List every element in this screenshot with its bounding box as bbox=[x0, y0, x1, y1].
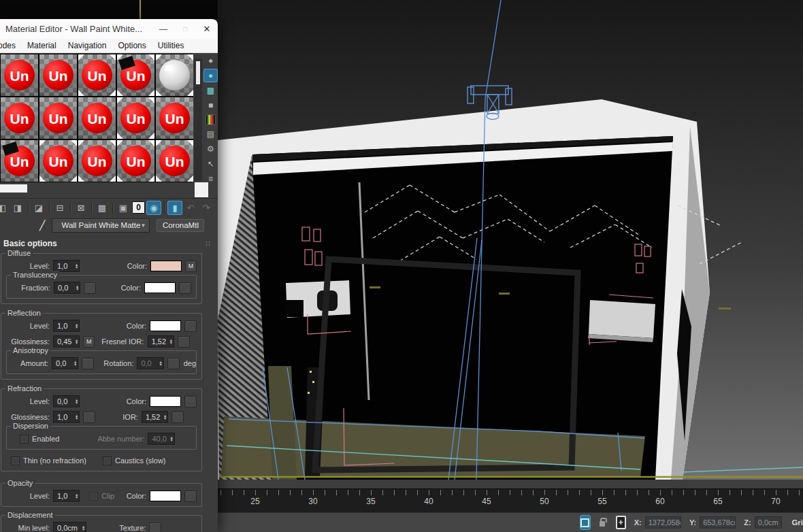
abbe-number-field[interactable]: 40,0 bbox=[148, 433, 174, 445]
material-id-channel-icon[interactable]: 0 bbox=[132, 201, 145, 214]
sample-type-sphere-icon[interactable]: ● bbox=[204, 54, 217, 67]
fresnel-ior-field[interactable]: 1,52 bbox=[148, 335, 174, 348]
minimize-button[interactable]: — bbox=[152, 19, 174, 39]
spinner-icon[interactable] bbox=[76, 323, 78, 329]
material-type-button[interactable]: CoronaMtl bbox=[157, 219, 204, 232]
reflection-level-field[interactable]: 1,0 bbox=[53, 320, 80, 332]
anisotropy-amount-field[interactable]: 0,0 bbox=[52, 357, 78, 369]
maximize-button[interactable]: □ bbox=[174, 19, 196, 39]
material-sample-slot[interactable]: Un bbox=[39, 140, 77, 182]
reflection-color-map-button[interactable] bbox=[184, 320, 197, 332]
selection-lock-icon[interactable] bbox=[600, 521, 605, 527]
x-coordinate-field[interactable]: 1372,058cm bbox=[645, 516, 681, 529]
background-checker-icon[interactable]: ▩ bbox=[204, 84, 217, 97]
get-material-icon[interactable]: ◧ bbox=[0, 201, 9, 214]
go-forward-to-sibling-icon[interactable]: ↷ bbox=[199, 201, 213, 214]
reflection-color-swatch[interactable] bbox=[150, 320, 181, 331]
material-sample-slot[interactable]: Un bbox=[117, 97, 154, 139]
material-sample-slot[interactable] bbox=[156, 54, 193, 96]
sample-vertical-scrollbar[interactable] bbox=[194, 59, 202, 181]
sample-horizontal-scrollbar[interactable] bbox=[0, 184, 27, 193]
z-coordinate-field[interactable]: 0,0cm bbox=[755, 516, 783, 529]
translucency-fraction-field[interactable]: 0,0 bbox=[54, 282, 80, 294]
video-color-check-icon[interactable] bbox=[206, 114, 216, 125]
select-by-material-icon[interactable]: ↖ bbox=[204, 158, 217, 170]
menu-navigation[interactable]: Navigation bbox=[68, 41, 107, 50]
go-to-parent-icon[interactable]: ↶ bbox=[184, 201, 197, 214]
viewport[interactable] bbox=[218, 0, 803, 480]
timeline-ruler[interactable]: 25303540455055606570 bbox=[218, 488, 803, 513]
opacity-clip-checkbox[interactable] bbox=[89, 492, 98, 501]
delete-material-icon[interactable]: ⊟ bbox=[53, 201, 67, 214]
material-sample-slot[interactable]: Un bbox=[39, 97, 77, 139]
menu-utilities[interactable]: Utilities bbox=[158, 41, 184, 50]
spinner-icon[interactable] bbox=[159, 361, 161, 367]
backlight-icon[interactable]: ● bbox=[204, 69, 217, 82]
material-sample-slot[interactable]: Un bbox=[78, 54, 116, 96]
spinner-icon[interactable] bbox=[76, 339, 78, 345]
spinner-icon[interactable] bbox=[76, 399, 78, 405]
refraction-color-swatch[interactable] bbox=[150, 396, 181, 407]
refraction-glossiness-field[interactable]: 1,0 bbox=[53, 411, 80, 423]
anisotropy-amount-map-button[interactable] bbox=[82, 358, 94, 369]
material-sample-slot[interactable]: Un bbox=[78, 97, 116, 139]
save-material-icon[interactable]: ▣ bbox=[116, 201, 130, 214]
material-sample-slot[interactable]: Un bbox=[156, 97, 193, 139]
sample-uv-tiling-icon[interactable]: ■ bbox=[204, 99, 217, 112]
opacity-color-map-button[interactable] bbox=[184, 491, 197, 502]
refraction-color-map-button[interactable] bbox=[184, 396, 197, 408]
diffuse-color-swatch[interactable] bbox=[150, 261, 182, 271]
menu-options[interactable]: Options bbox=[118, 41, 146, 50]
assign-material-to-selection-icon[interactable]: ◪ bbox=[32, 201, 46, 214]
absolute-offset-mode-button[interactable]: + bbox=[616, 516, 626, 529]
translucency-color-swatch[interactable] bbox=[144, 282, 176, 293]
spinner-icon[interactable] bbox=[76, 493, 78, 499]
material-sample-slot[interactable]: Un bbox=[78, 140, 116, 182]
opacity-level-field[interactable]: 1,0 bbox=[53, 490, 80, 502]
caustics-checkbox[interactable] bbox=[103, 456, 112, 465]
show-shaded-material-in-viewport-icon[interactable]: ◉ bbox=[147, 201, 161, 214]
displacement-texture-map-button[interactable] bbox=[149, 522, 161, 532]
translucency-fraction-map-button[interactable] bbox=[84, 282, 96, 294]
material-map-navigator-icon[interactable]: ≡ bbox=[204, 173, 217, 185]
timeline[interactable]: 25303540455055606570 bbox=[218, 480, 803, 512]
spinner-icon[interactable] bbox=[82, 525, 84, 531]
show-end-result-icon[interactable]: ▮ bbox=[168, 201, 182, 214]
reflection-glossiness-field[interactable]: 0,45 bbox=[53, 335, 80, 348]
refraction-ior-map-button[interactable] bbox=[171, 412, 184, 423]
spinner-icon[interactable] bbox=[74, 361, 76, 367]
menu-material[interactable]: Material bbox=[27, 41, 56, 50]
fresnel-ior-map-button[interactable] bbox=[178, 336, 190, 348]
material-sample-slot[interactable]: Un bbox=[117, 140, 154, 182]
reflection-glossiness-map-button[interactable]: M bbox=[83, 336, 95, 348]
make-material-copy-icon[interactable]: ▩ bbox=[95, 201, 109, 214]
refraction-level-field[interactable]: 0,0 bbox=[53, 395, 80, 408]
rollout-title[interactable]: Basic options bbox=[3, 239, 57, 248]
material-sample-slot[interactable]: Un bbox=[156, 140, 193, 182]
spinner-icon[interactable] bbox=[164, 414, 166, 420]
menu-modes[interactable]: Modes bbox=[0, 41, 16, 50]
spinner-icon[interactable] bbox=[76, 414, 78, 420]
material-name-dropdown[interactable]: Wall Paint White Matte ▼ bbox=[52, 218, 150, 233]
spinner-icon[interactable] bbox=[170, 339, 172, 345]
pick-material-from-object-icon[interactable]: ╱ bbox=[39, 220, 45, 231]
scrollbar-thumb[interactable] bbox=[196, 61, 200, 84]
thin-checkbox[interactable] bbox=[11, 456, 20, 465]
displacement-min-field[interactable]: 0,0cm bbox=[53, 522, 86, 532]
spinner-icon[interactable] bbox=[76, 263, 78, 269]
translucency-color-map-button[interactable] bbox=[179, 282, 191, 294]
material-sample-slot[interactable]: Un bbox=[1, 97, 38, 139]
opacity-color-swatch[interactable] bbox=[150, 491, 181, 501]
spinner-icon[interactable] bbox=[170, 436, 172, 442]
diffuse-map-button[interactable]: M bbox=[185, 261, 197, 272]
anisotropy-rotation-field[interactable]: 0,0 bbox=[137, 357, 163, 369]
spinner-icon[interactable] bbox=[76, 285, 78, 291]
refraction-glossiness-map-button[interactable] bbox=[83, 412, 95, 423]
refraction-ior-field[interactable]: 1,52 bbox=[142, 411, 168, 423]
reset-map-icon[interactable]: ⊠ bbox=[74, 201, 88, 214]
material-sample-slot[interactable]: Un bbox=[39, 54, 77, 96]
material-sample-slot[interactable]: Un bbox=[117, 54, 154, 96]
window-titlebar[interactable]: Material Editor - Wall Paint White... — … bbox=[0, 19, 218, 39]
material-sample-slot[interactable]: Un bbox=[1, 54, 38, 96]
close-button[interactable]: ✕ bbox=[196, 19, 218, 39]
